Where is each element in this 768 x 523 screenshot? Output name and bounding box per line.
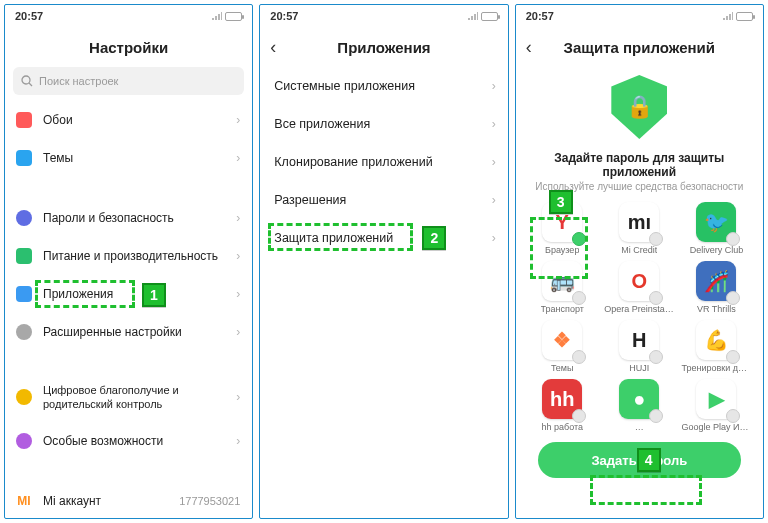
- app-tile[interactable]: HHUJI: [603, 320, 676, 373]
- titlebar: ‹ Защита приложений: [516, 27, 763, 67]
- app-label: hh работа: [541, 422, 583, 432]
- status-indicators: [212, 12, 242, 21]
- status-bar: 20:57: [516, 5, 763, 27]
- chevron-right-icon: ›: [236, 151, 240, 165]
- set-password-heading: Задайте пароль для защиты приложений: [516, 145, 763, 181]
- row-battery[interactable]: Питание и производительность ›: [5, 237, 252, 275]
- signal-icon: [468, 12, 478, 20]
- app-check-icon: [649, 350, 663, 364]
- app-check-icon: [726, 409, 740, 423]
- app-icon: 💪: [696, 320, 736, 360]
- app-icon: 🐦: [696, 202, 736, 242]
- app-tile[interactable]: 🎢VR Thrills: [680, 261, 753, 314]
- app-icon: hh: [542, 379, 582, 419]
- row-passwords[interactable]: Пароли и безопасность ›: [5, 199, 252, 237]
- screen-apps: 20:57 ‹ Приложения Системные приложения …: [259, 4, 508, 519]
- search-placeholder: Поиск настроек: [39, 75, 118, 87]
- settings-list: Обои › Темы › Пароли и безопасность › Пи…: [5, 101, 252, 518]
- app-tile[interactable]: ●…: [603, 379, 676, 432]
- app-tile[interactable]: ❖Темы: [526, 320, 599, 373]
- apps-icon: [15, 285, 33, 303]
- screen-app-lock: 20:57 ‹ Защита приложений 🔒 Задайте паро…: [515, 4, 764, 519]
- row-all-apps[interactable]: Все приложения ›: [260, 105, 507, 143]
- back-button[interactable]: ‹: [270, 38, 276, 56]
- app-icon: O: [619, 261, 659, 301]
- wallpaper-icon: [15, 111, 33, 129]
- row-wallpaper[interactable]: Обои ›: [5, 101, 252, 139]
- apps-list: Системные приложения › Все приложения › …: [260, 67, 507, 518]
- chevron-right-icon: ›: [236, 390, 240, 404]
- chevron-right-icon: ›: [492, 117, 496, 131]
- row-advanced[interactable]: Расширенные настройки ›: [5, 313, 252, 351]
- page-title: Приложения: [337, 39, 430, 56]
- chevron-right-icon: ›: [236, 113, 240, 127]
- app-tile[interactable]: mıMi Credit: [603, 202, 676, 255]
- row-apps[interactable]: Приложения ›: [5, 275, 252, 313]
- status-indicators: [468, 12, 498, 21]
- status-bar: 20:57: [5, 5, 252, 27]
- app-check-icon: [726, 350, 740, 364]
- chevron-right-icon: ›: [236, 434, 240, 448]
- app-tile[interactable]: 🐦Delivery Club: [680, 202, 753, 255]
- status-time: 20:57: [15, 10, 43, 22]
- row-themes[interactable]: Темы ›: [5, 139, 252, 177]
- row-system-apps[interactable]: Системные приложения ›: [260, 67, 507, 105]
- status-time: 20:57: [526, 10, 554, 22]
- app-check-icon: [649, 291, 663, 305]
- row-wellbeing[interactable]: Цифровое благополучие и родительский кон…: [5, 373, 252, 422]
- row-accessibility[interactable]: Особые возможности ›: [5, 422, 252, 460]
- svg-line-1: [29, 83, 32, 86]
- chevron-right-icon: ›: [492, 79, 496, 93]
- battery-icon: [736, 12, 753, 21]
- mi-icon: MI: [15, 492, 33, 510]
- app-label: VR Thrills: [697, 304, 736, 314]
- app-tile[interactable]: OOpera Preinstall Data: [603, 261, 676, 314]
- svg-point-0: [22, 76, 30, 84]
- page-title: Настройки: [89, 39, 168, 56]
- app-check-icon: [572, 291, 586, 305]
- app-tile[interactable]: 💪Тренировки для До…: [680, 320, 753, 373]
- back-button[interactable]: ‹: [526, 38, 532, 56]
- row-app-lock[interactable]: Защита приложений ›: [260, 219, 507, 257]
- chevron-right-icon: ›: [236, 287, 240, 301]
- row-permissions[interactable]: Разрешения ›: [260, 181, 507, 219]
- set-password-button[interactable]: Задать пароль: [538, 442, 741, 478]
- chevron-right-icon: ›: [236, 249, 240, 263]
- app-icon: 🎢: [696, 261, 736, 301]
- search-input[interactable]: Поиск настроек: [13, 67, 244, 95]
- app-icon: Y: [542, 202, 582, 242]
- row-mi-account[interactable]: MI Mi аккаунт 1777953021: [5, 482, 252, 518]
- app-tile[interactable]: hhhh работа: [526, 379, 599, 432]
- titlebar: Настройки: [5, 27, 252, 67]
- signal-icon: [212, 12, 222, 20]
- app-tile[interactable]: YБраузер: [526, 202, 599, 255]
- status-indicators: [723, 12, 753, 21]
- shield-icon: 🔒: [516, 67, 763, 145]
- battery-perf-icon: [15, 247, 33, 265]
- signal-icon: [723, 12, 733, 20]
- app-check-icon: [726, 291, 740, 305]
- app-label: Транспорт: [541, 304, 584, 314]
- app-icon: 🚌: [542, 261, 582, 301]
- chevron-right-icon: ›: [236, 325, 240, 339]
- app-icon: ●: [619, 379, 659, 419]
- app-label: Delivery Club: [690, 245, 744, 255]
- app-check-icon: [572, 232, 586, 246]
- row-cloning[interactable]: Клонирование приложений ›: [260, 143, 507, 181]
- app-check-icon: [572, 409, 586, 423]
- app-check-icon: [726, 232, 740, 246]
- chevron-right-icon: ›: [492, 193, 496, 207]
- screen-settings: 20:57 Настройки Поиск настроек Обои › Те…: [4, 4, 253, 519]
- app-tile[interactable]: ▶Google Play Игры: [680, 379, 753, 432]
- status-time: 20:57: [270, 10, 298, 22]
- app-tile[interactable]: 🚌Транспорт: [526, 261, 599, 314]
- app-label: HUJI: [629, 363, 649, 373]
- app-icon: mı: [619, 202, 659, 242]
- app-grid: YБраузерmıMi Credit🐦Delivery Club🚌Трансп…: [516, 198, 763, 436]
- callout-4: 4: [590, 475, 702, 505]
- chevron-right-icon: ›: [492, 231, 496, 245]
- themes-icon: [15, 149, 33, 167]
- chevron-right-icon: ›: [236, 211, 240, 225]
- advanced-icon: [15, 323, 33, 341]
- mi-account-value: 1777953021: [179, 495, 240, 507]
